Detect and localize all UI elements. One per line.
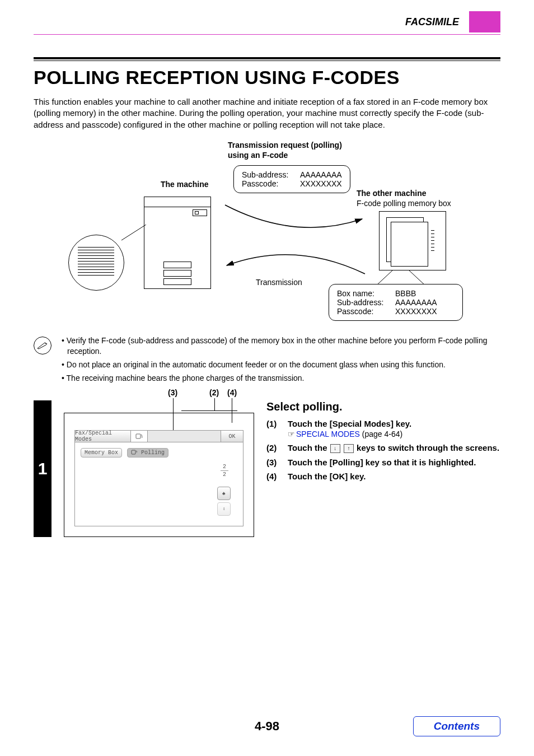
header-section: FACSIMILE (405, 16, 459, 28)
item-4-text: Touch the [OK] key. (288, 472, 500, 481)
machine-label: The machine (161, 180, 209, 189)
svg-line-0 (121, 225, 146, 240)
callout-line-2 (214, 398, 215, 410)
transmission-title-2: using an F-code (228, 151, 288, 160)
item-1-text: Touch the [Special Modes] key. (288, 419, 500, 428)
pointing-hand-icon: ☞ (288, 430, 295, 438)
memory-doc (379, 211, 446, 270)
item-4-num: (4) (266, 472, 282, 481)
item-1-sub-rest: (page 4-64) (360, 430, 402, 438)
page-current: 2 (221, 464, 228, 470)
item-2-text-after: keys to switch through the screens. (357, 443, 499, 452)
header-accent-block (469, 11, 500, 32)
page-title: POLLING RECEPTION USING F-CODES (34, 67, 500, 88)
rule-thin (34, 60, 500, 61)
page-up-button[interactable]: ♠ (217, 487, 231, 500)
memory-box-button[interactable]: Memory Box (81, 448, 122, 458)
step-number: 1 (34, 400, 51, 537)
item-3-num: (3) (266, 458, 282, 467)
info1-pass-val: XXXXXXXX (300, 179, 342, 188)
info-box-request: Sub-address:AAAAAAAA Passcode:XXXXXXXX (233, 165, 350, 193)
up-key-icon: ↑ (344, 444, 354, 453)
ok-button[interactable]: OK (221, 431, 243, 442)
info1-pass-label: Passcode: (242, 179, 292, 188)
page-number: 4-98 (255, 719, 279, 734)
info1-sub-val: AAAAAAAA (300, 170, 342, 179)
info2-pass-val: XXXXXXXX (395, 307, 437, 316)
polling-button[interactable]: Polling (127, 448, 168, 458)
svg-rect-4 (132, 450, 135, 454)
notes-block: Verify the F-code (sub-address and passc… (34, 335, 500, 386)
svg-rect-3 (136, 434, 140, 438)
note-icon (34, 337, 51, 354)
callout-4: (4) (227, 388, 237, 397)
machine-illustration (144, 197, 211, 289)
info-box-memory: Box name:BBBB Sub-address:AAAAAAAA Passc… (329, 284, 463, 321)
screen-header-icon[interactable] (131, 431, 148, 442)
zoom-doc-lines (78, 245, 114, 276)
screen-header-label[interactable]: Fax/Special Modes (75, 431, 131, 442)
diagram: Transmission request (polling) using an … (54, 141, 480, 325)
page-indicator: 2 2 (221, 464, 228, 478)
contents-button[interactable]: Contents (413, 716, 500, 736)
item-1-num: (1) (266, 419, 282, 438)
zoom-connector (121, 225, 147, 241)
intro-paragraph: This function enables your machine to ca… (34, 96, 500, 130)
polling-button-label: Polling (141, 450, 165, 456)
info2-pass-label: Passcode: (337, 307, 387, 316)
step-heading: Select polling. (266, 400, 500, 413)
note-item-1: Verify the F-code (sub-address and passc… (62, 335, 500, 357)
screen-header-fill (148, 431, 221, 442)
step-text: Select polling. (1) Touch the [Special M… (266, 400, 500, 537)
note-item-2: Do not place an original in the automati… (62, 360, 500, 371)
callout-2: (2) (209, 388, 219, 397)
transmission-title-1: Transmission request (polling) (228, 141, 342, 150)
callout-3: (3) (168, 388, 177, 397)
info2-box-val: BBBB (395, 289, 416, 298)
info2-sub-val: AAAAAAAA (395, 298, 437, 307)
page-down-button[interactable]: ⬇ (217, 502, 231, 516)
item-2-text-before: Touch the (288, 443, 330, 452)
arrow-request (222, 202, 368, 236)
item-3-text: Touch the [Polling] key so that it is hi… (288, 458, 500, 467)
info1-sub-label: Sub-address: (242, 170, 292, 179)
header-accent-line (34, 34, 500, 35)
page-total: 2 (221, 472, 228, 478)
arrow-transmission (222, 251, 368, 285)
other-machine-label: The other machine (357, 189, 426, 198)
info2-sub-label: Sub-address: (337, 298, 387, 307)
callout-hbar (181, 410, 237, 411)
step-row: 1 (3) (2) (4) Fax/Special Modes OK Me (34, 400, 500, 537)
special-modes-link[interactable]: SPECIAL MODES (296, 430, 360, 438)
item-2-num: (2) (266, 443, 282, 453)
screen-box: Fax/Special Modes OK Memory Box Polling … (64, 413, 254, 537)
note-item-3: The receiving machine bears the phone ch… (62, 373, 500, 384)
info2-box-label: Box name: (337, 289, 387, 298)
other-machine-sub: F-code polling memory box (357, 199, 451, 208)
rule-thick (34, 57, 500, 59)
down-key-icon: ↓ (330, 444, 340, 453)
